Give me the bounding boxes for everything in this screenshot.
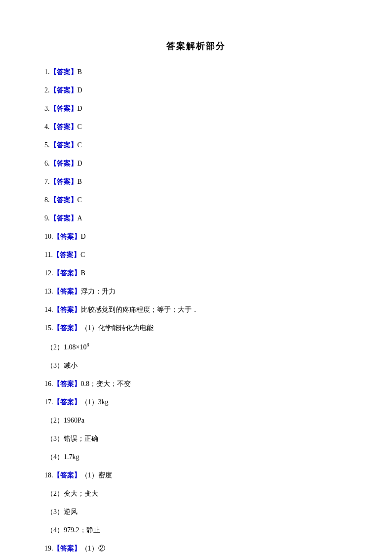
question-number: 15. [44, 324, 53, 332]
answer-item: 16.【答案】0.8；变大；不变 [44, 379, 348, 389]
answer-item: 7.【答案】B [44, 176, 348, 187]
question-number: 14. [44, 306, 53, 313]
answer-value: D [78, 105, 82, 112]
answer-value: D [78, 86, 82, 94]
answer-item: 10.【答案】D [44, 231, 348, 242]
question-number: 4. [44, 123, 50, 130]
answer-label: 【答案】 [50, 160, 78, 167]
answer-label: 【答案】 [50, 178, 78, 185]
answer-item: 12.【答案】B [44, 268, 348, 278]
answer-value: A [78, 214, 82, 222]
answer-sub-item: （3）错误；正确 [44, 433, 348, 444]
answer-label: 【答案】 [53, 233, 81, 240]
answer-item: 3.【答案】D [44, 103, 348, 114]
answer-value: （1）② [81, 545, 105, 552]
question-number: 8. [44, 196, 50, 204]
answer-item: 11.【答案】C [44, 250, 348, 260]
answer-label: 【答案】 [50, 105, 78, 112]
answer-item: 18.【答案】（1）密度 [44, 470, 348, 480]
answer-label: 【答案】 [53, 380, 81, 387]
question-number: 7. [44, 178, 50, 185]
answer-value: D [81, 233, 86, 240]
answer-item: 1.【答案】B [44, 67, 348, 77]
answer-value: B [78, 178, 82, 185]
answer-value: （1）化学能转化为电能 [81, 324, 154, 332]
answer-label: 【答案】 [53, 471, 81, 479]
answer-value: C [78, 123, 82, 130]
answer-sub-item: （2）1.08×108 [44, 341, 348, 352]
answer-value: C [78, 196, 82, 204]
answer-label: 【答案】 [53, 288, 81, 295]
answer-item: 2.【答案】D [44, 85, 348, 95]
answer-item: 15.【答案】（1）化学能转化为电能 [44, 323, 348, 333]
answer-value: C [80, 251, 85, 258]
answer-sub-item: （4）1.7kg [44, 452, 348, 462]
answer-label: 【答案】 [50, 141, 78, 149]
answer-value: B [81, 269, 85, 277]
answer-label: 【答案】 [50, 68, 78, 76]
answer-sub-item: （4）979.2；静止 [44, 525, 348, 535]
question-number: 12. [44, 269, 53, 277]
answer-label: 【答案】 [53, 545, 81, 552]
answer-sub-item: （3）减小 [44, 360, 348, 371]
answer-value: 0.8；变大；不变 [81, 380, 131, 387]
question-number: 11. [44, 251, 53, 258]
question-number: 18. [44, 471, 53, 479]
answer-label: 【答案】 [53, 324, 81, 332]
answer-item: 6.【答案】D [44, 158, 348, 169]
question-number: 17. [44, 398, 53, 406]
question-number: 2. [44, 86, 50, 94]
answer-item: 4.【答案】C [44, 122, 348, 132]
answer-value: （1）密度 [81, 471, 112, 479]
answer-list: 1.【答案】B2.【答案】D3.【答案】D4.【答案】C5.【答案】C6.【答案… [44, 67, 348, 555]
question-number: 3. [44, 105, 50, 112]
question-number: 10. [44, 233, 53, 240]
answer-value: C [78, 141, 82, 149]
question-number: 9. [44, 214, 50, 222]
answer-value: （1）3kg [81, 398, 109, 406]
question-number: 13. [44, 288, 53, 295]
page-title: 答案解析部分 [44, 40, 348, 53]
answer-label: 【答案】 [53, 251, 80, 258]
question-number: 5. [44, 141, 50, 149]
answer-label: 【答案】 [53, 269, 81, 277]
answer-item: 19.【答案】（1）② [44, 543, 348, 554]
answer-item: 5.【答案】C [44, 140, 348, 150]
question-number: 19. [44, 545, 53, 552]
question-number: 1. [44, 68, 50, 76]
answer-value: 比较感觉到的疼痛程度；等于；大于． [81, 306, 198, 313]
answer-value: D [78, 160, 82, 167]
answer-label: 【答案】 [53, 306, 81, 313]
answer-sub-item: （2）变大；变大 [44, 488, 348, 499]
answer-label: 【答案】 [50, 123, 78, 130]
answer-label: 【答案】 [53, 398, 81, 406]
answer-item: 8.【答案】C [44, 195, 348, 205]
answer-item: 14.【答案】比较感觉到的疼痛程度；等于；大于． [44, 304, 348, 315]
answer-sub-item: （3）逆风 [44, 507, 348, 517]
question-number: 6. [44, 160, 50, 167]
answer-label: 【答案】 [50, 86, 78, 94]
answer-value: B [78, 68, 82, 76]
answer-item: 9.【答案】A [44, 213, 348, 223]
answer-sub-item: （2）1960Pa [44, 415, 348, 426]
question-number: 16. [44, 380, 53, 387]
answer-value: 浮力；升力 [81, 288, 116, 295]
answer-item: 17.【答案】（1）3kg [44, 397, 348, 407]
answer-label: 【答案】 [50, 214, 78, 222]
answer-label: 【答案】 [50, 196, 78, 204]
answer-item: 13.【答案】浮力；升力 [44, 286, 348, 297]
